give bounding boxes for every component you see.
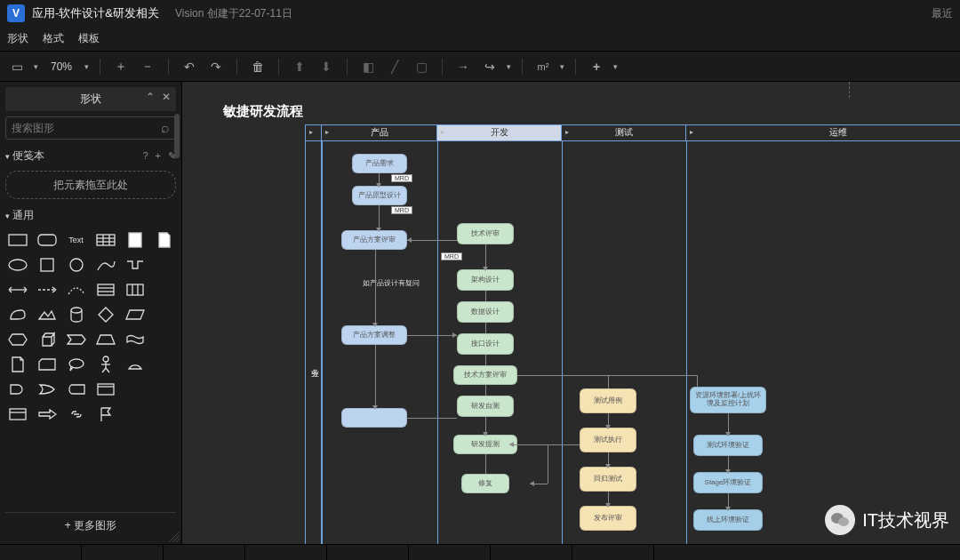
shape-bidir-arrow[interactable] bbox=[5, 280, 29, 300]
shadow-icon[interactable]: ▢ bbox=[412, 57, 431, 76]
shape-columns[interactable] bbox=[123, 280, 147, 300]
shape-card[interactable] bbox=[35, 355, 59, 374]
shape-and[interactable] bbox=[5, 380, 29, 399]
lane-corner[interactable] bbox=[306, 125, 322, 141]
node-p5[interactable] bbox=[341, 408, 407, 428]
shape-cylinder[interactable] bbox=[64, 305, 88, 324]
recent-indicator[interactable]: 最近 bbox=[932, 6, 953, 21]
shape-trapezoid[interactable] bbox=[93, 330, 117, 349]
menu-template[interactable]: 模板 bbox=[78, 31, 100, 46]
add-scratch-icon[interactable]: + bbox=[156, 150, 161, 162]
status-cell[interactable] bbox=[164, 545, 245, 560]
measure-dropdown-icon[interactable]: ▾ bbox=[560, 57, 564, 76]
shape-callout[interactable] bbox=[64, 355, 88, 374]
swimlanes[interactable]: 业务 产品 开发 测试 运维 产品需求 MRD 产品原型设计 MRD 产品 bbox=[305, 124, 960, 544]
lane-header-ops[interactable]: 运维 bbox=[686, 125, 960, 141]
shape-zigzag[interactable] bbox=[123, 255, 147, 275]
status-cell[interactable] bbox=[327, 545, 409, 560]
node-p4[interactable]: 产品方案调整 bbox=[341, 325, 407, 345]
shape-hexagon[interactable] bbox=[5, 330, 29, 349]
scratchpad-dropzone[interactable]: 把元素拖至此处 bbox=[5, 171, 176, 199]
zoom-in-icon[interactable]: ＋ bbox=[111, 57, 131, 76]
redo-icon[interactable]: ↷ bbox=[206, 57, 226, 76]
send-back-icon[interactable]: ⬇ bbox=[316, 57, 336, 76]
shape-link[interactable] bbox=[64, 404, 88, 424]
delete-icon[interactable]: 🗑 bbox=[248, 57, 268, 76]
connector-icon[interactable]: → bbox=[453, 57, 473, 76]
status-cell[interactable] bbox=[0, 545, 82, 560]
shape-circle[interactable] bbox=[64, 255, 88, 275]
canvas[interactable]: 敏捷研发流程 业务 产品 开发 测试 运维 产品需求 MRD 产品原型设计 bbox=[182, 82, 960, 544]
scratchpad-header[interactable]: ▾ 便笺本 ? + ✎ bbox=[5, 148, 176, 164]
node-d5[interactable]: 技术方案评审 bbox=[453, 365, 517, 385]
shape-square[interactable] bbox=[35, 255, 59, 275]
status-cell[interactable] bbox=[491, 545, 572, 560]
node-p2[interactable]: 产品原型设计 bbox=[352, 186, 407, 205]
waypoint-icon[interactable]: ↪ bbox=[480, 57, 500, 76]
shape-step[interactable] bbox=[64, 330, 88, 349]
shape-leaf[interactable] bbox=[5, 305, 29, 324]
general-section-header[interactable]: ▾ 通用 bbox=[5, 208, 176, 223]
search-icon[interactable]: ⌕ bbox=[161, 120, 170, 136]
lane-header-test[interactable]: 测试 bbox=[562, 125, 686, 141]
search-shapes[interactable]: ⌕ bbox=[5, 116, 176, 140]
node-d7[interactable]: 研发提测 bbox=[453, 435, 517, 454]
status-cell[interactable] bbox=[82, 545, 164, 560]
node-t3[interactable]: 回归测试 bbox=[580, 467, 636, 492]
shape-actor[interactable] bbox=[93, 355, 117, 374]
shape-rect[interactable] bbox=[5, 230, 29, 250]
line-color-icon[interactable]: ╱ bbox=[385, 57, 404, 76]
lane-header-dev[interactable]: 开发 bbox=[437, 125, 562, 141]
more-shapes-button[interactable]: + 更多图形 bbox=[5, 512, 176, 539]
node-d1[interactable]: 技术评审 bbox=[457, 223, 514, 244]
node-o3[interactable]: Stage环境验证 bbox=[693, 472, 763, 493]
shape-diamond[interactable] bbox=[93, 305, 117, 324]
shape-text[interactable]: Text bbox=[64, 230, 88, 250]
node-d6[interactable]: 研发自测 bbox=[457, 396, 514, 417]
fit-dropdown-icon[interactable]: ▾ bbox=[34, 57, 38, 76]
shape-page[interactable] bbox=[152, 230, 176, 250]
diagram-paper[interactable]: 敏捷研发流程 业务 产品 开发 测试 运维 产品需求 MRD 产品原型设计 bbox=[200, 100, 960, 544]
menu-format[interactable]: 格式 bbox=[43, 31, 64, 46]
shape-parallelogram[interactable] bbox=[123, 305, 147, 324]
add-icon[interactable]: + bbox=[587, 57, 606, 76]
node-p3[interactable]: 产品方案评审 bbox=[341, 230, 407, 250]
shape-table[interactable] bbox=[93, 230, 117, 250]
node-t1[interactable]: 测试用例 bbox=[580, 388, 636, 413]
node-d4[interactable]: 接口设计 bbox=[457, 333, 514, 355]
row-label[interactable]: 业务 bbox=[306, 125, 322, 544]
measure-icon[interactable]: m² bbox=[533, 57, 553, 76]
resize-grip-icon[interactable] bbox=[169, 532, 180, 542]
search-input[interactable] bbox=[12, 122, 161, 134]
lane-header-product[interactable]: 产品 bbox=[322, 125, 437, 141]
line-style-dropdown-icon[interactable]: ▾ bbox=[507, 57, 511, 76]
shape-roundrect[interactable] bbox=[35, 230, 59, 250]
fit-page-icon[interactable]: ▭ bbox=[7, 57, 27, 76]
collapse-icon[interactable]: ⌃ bbox=[146, 91, 155, 103]
status-cell[interactable] bbox=[245, 545, 327, 560]
shape-list[interactable] bbox=[93, 280, 117, 300]
fill-color-icon[interactable]: ◧ bbox=[358, 57, 378, 76]
shape-browser[interactable] bbox=[93, 380, 117, 399]
shape-mountain[interactable] bbox=[35, 305, 59, 324]
shape-arc-arrow[interactable] bbox=[64, 280, 88, 300]
node-d2[interactable]: 架构设计 bbox=[457, 269, 514, 291]
node-p1[interactable]: 产品需求 bbox=[352, 154, 407, 173]
shape-arrow-right[interactable] bbox=[35, 404, 59, 424]
shape-document[interactable] bbox=[5, 355, 29, 374]
shape-ellipse[interactable] bbox=[5, 255, 29, 275]
add-dropdown-icon[interactable]: ▾ bbox=[613, 57, 618, 76]
status-cell[interactable] bbox=[572, 545, 654, 560]
menu-shape[interactable]: 形状 bbox=[7, 31, 28, 46]
node-d3[interactable]: 数据设计 bbox=[457, 301, 514, 323]
node-d8[interactable]: 修复 bbox=[461, 474, 509, 493]
shape-curve[interactable] bbox=[93, 255, 117, 275]
node-o2[interactable]: 测试环境验证 bbox=[693, 435, 763, 456]
status-cell[interactable] bbox=[409, 545, 491, 560]
shape-or[interactable] bbox=[35, 380, 59, 399]
undo-icon[interactable]: ↶ bbox=[180, 57, 199, 76]
shape-dashed-arrow[interactable] bbox=[35, 280, 59, 300]
node-t4[interactable]: 发布评审 bbox=[580, 506, 636, 531]
zoom-out-icon[interactable]: － bbox=[138, 57, 157, 76]
node-o4[interactable]: 线上环境验证 bbox=[693, 509, 763, 531]
